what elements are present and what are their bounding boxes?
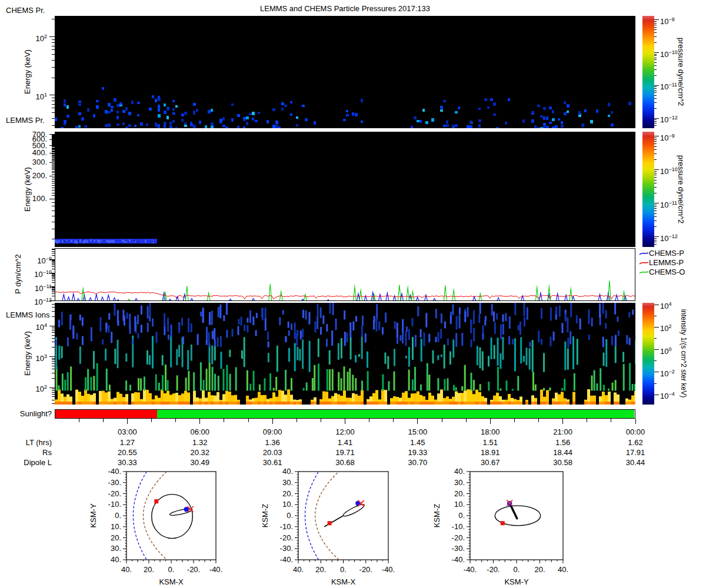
orbit-yaxis-title: KSM-Z — [432, 504, 441, 528]
tick-mark — [654, 149, 657, 150]
tick-mark — [654, 85, 659, 86]
tick-mark — [654, 153, 657, 154]
orbit-xtick-label: 0. — [340, 565, 347, 574]
panel1-energy-axis-label: Energy (keV) — [23, 49, 32, 94]
tick-mark — [654, 175, 657, 175]
tick-mark — [654, 159, 657, 160]
rs-value: 19.71 — [328, 449, 363, 457]
tick-mark — [52, 178, 55, 178]
lt-value: 1.45 — [400, 439, 435, 447]
colorbar-tick-label: 10−10 — [660, 165, 684, 176]
tick-mark — [52, 190, 55, 191]
tick-mark — [52, 260, 55, 261]
orbit-xtick-label: -20. — [187, 565, 200, 574]
lt-value: 1.56 — [545, 439, 581, 447]
tick-mark — [127, 419, 128, 424]
tick-mark — [52, 293, 55, 294]
tick-mark — [654, 242, 657, 242]
legend-line-sample — [639, 260, 649, 266]
tick-mark — [654, 102, 657, 103]
colorbar-tick-label: 10−12 — [660, 232, 684, 243]
lt-value: 1.27 — [109, 439, 145, 447]
tick-mark — [52, 60, 55, 61]
panel2-ytick-label: 400. — [0, 149, 47, 157]
tick-mark — [52, 358, 55, 359]
tick-mark — [52, 216, 55, 216]
tick-mark — [654, 23, 657, 24]
tick-mark — [52, 108, 55, 108]
orbit-xtick-label: 40. — [558, 565, 568, 574]
figure-title: LEMMS and CHEMS Particle Pressures 2017:… — [55, 5, 635, 13]
tick-mark — [654, 316, 657, 316]
tick-mark — [52, 288, 55, 288]
tick-mark — [654, 240, 657, 240]
tick-mark — [52, 158, 55, 159]
tick-mark — [490, 419, 491, 424]
tick-mark — [52, 185, 55, 186]
bow-shock-curve — [133, 472, 146, 560]
orbit-yaxis-title: KSM-Z — [261, 504, 269, 528]
rs-value: 18.91 — [472, 449, 508, 457]
tick-mark — [52, 141, 55, 142]
tick-mark — [466, 419, 467, 422]
tick-mark — [52, 255, 55, 256]
tick-mark — [52, 373, 55, 373]
magnetopause-curve — [315, 472, 339, 560]
lt-value: 1.51 — [472, 439, 508, 447]
panel3-ytick-label: 10−10 — [5, 268, 52, 279]
orbit-ytick-label: 20. — [282, 489, 293, 498]
tick-mark — [654, 95, 657, 96]
panel3-ytick-label: 10−11 — [5, 282, 52, 293]
tick-mark — [52, 290, 55, 291]
time-tick-label: 15:00 — [400, 428, 435, 436]
orbit-ytick-label: 10. — [282, 500, 293, 509]
tick-mark — [654, 62, 657, 63]
tick-mark — [654, 395, 659, 395]
orbit-petal-loop — [342, 503, 366, 518]
rs-value: 18.44 — [545, 449, 581, 457]
tick-mark — [654, 146, 657, 147]
tick-mark — [52, 137, 55, 138]
tick-mark — [52, 289, 55, 290]
orbit-ytick-label: -40. — [108, 467, 121, 476]
tick-mark — [654, 226, 657, 227]
tick-mark — [297, 419, 297, 422]
tick-mark — [393, 419, 394, 422]
tick-mark — [52, 275, 55, 276]
time-tick-label: 00:00 — [618, 428, 653, 436]
tick-mark — [52, 156, 55, 157]
tick-mark — [52, 366, 55, 366]
orbit-xtick-label: 20. — [315, 565, 326, 574]
tick-mark — [52, 296, 55, 296]
orbit-ytick-label: -30. — [280, 544, 293, 553]
tick-mark — [52, 239, 55, 239]
orbit-ytick-label: 0. — [115, 511, 121, 520]
tick-mark — [52, 378, 55, 379]
tick-mark — [52, 125, 55, 126]
colorbar-tick-label: 10−9 — [660, 15, 684, 26]
tick-mark — [52, 149, 55, 150]
colorbar-pressure-mid — [642, 132, 654, 247]
tick-mark — [52, 163, 55, 164]
tick-mark — [654, 183, 657, 183]
tick-mark — [52, 112, 55, 113]
tick-mark — [52, 327, 55, 328]
panel1-ytick-label: 102 — [0, 32, 47, 43]
tick-mark — [52, 249, 55, 250]
tick-mark — [52, 166, 55, 166]
tick-mark — [272, 419, 273, 424]
orbit-ytick-label: -40. — [280, 555, 293, 564]
tick-mark — [654, 244, 657, 245]
tick-mark — [52, 206, 55, 206]
tick-mark — [52, 330, 55, 331]
tick-mark — [654, 69, 657, 70]
tick-mark — [52, 169, 55, 170]
tick-mark — [52, 265, 55, 265]
tick-mark — [654, 32, 657, 33]
tick-mark — [52, 142, 55, 143]
tick-mark — [52, 211, 55, 211]
tick-mark — [52, 136, 55, 137]
tick-mark — [654, 52, 659, 53]
tick-mark — [49, 326, 55, 326]
tick-mark — [538, 419, 539, 422]
